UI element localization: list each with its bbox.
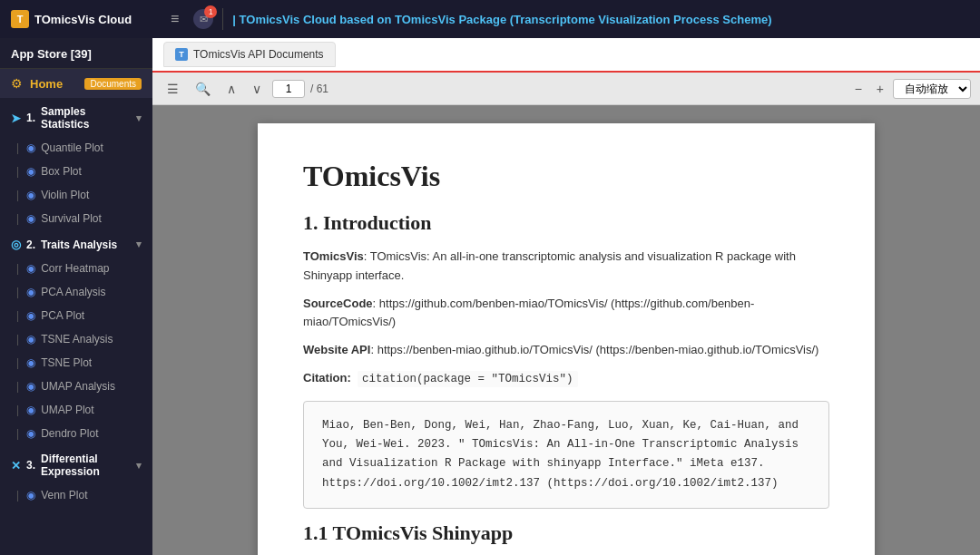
- pdf-sourcecode-bold: SourceCode: [303, 297, 373, 310]
- pdf-intro-paragraph: TOmicsVis: TOmicsVis: An all-in-one tran…: [303, 248, 829, 286]
- venn-icon: ◉: [26, 489, 35, 501]
- corr-heatmap-label: Corr Heatmap: [41, 262, 109, 275]
- sidebar-item-dendro-plot[interactable]: | ◉ Dendro Plot: [0, 422, 152, 445]
- section1-icon: ➤: [11, 112, 21, 125]
- sidebar-item-pca-analysis[interactable]: | ◉ PCA Analysis: [0, 280, 152, 304]
- section3-label: Differential Expression: [41, 453, 131, 478]
- quantile-plot-label: Quantile Plot: [41, 141, 103, 154]
- pca-plot-label: PCA Plot: [41, 309, 84, 322]
- venn-plot-label: Venn Plot: [41, 489, 87, 501]
- section-samples-header[interactable]: ➤ 1. Samples Statistics ▾: [0, 98, 152, 136]
- section-differential-expression: ✕ 3. Differential Expression ▾ | ◉ Venn …: [0, 445, 152, 507]
- sidebar-item-survival-plot[interactable]: | ◉ Survival Plot: [0, 207, 152, 230]
- section3-icon: ✕: [11, 459, 21, 472]
- section2-label: Traits Analysis: [41, 239, 117, 251]
- top-bar: T TOmicsVis Cloud ≡ ✉ 1 | TOmicsVis Clou…: [0, 0, 980, 38]
- pdf-content[interactable]: TOmicsVis 1. Introduction TOmicsVis: TOm…: [152, 105, 980, 555]
- pca-analysis-icon: ◉: [26, 286, 35, 298]
- page-number-input[interactable]: [272, 80, 305, 98]
- sidebar-item-pca-plot[interactable]: | ◉ PCA Plot: [0, 304, 152, 327]
- umap-analysis-icon: ◉: [26, 380, 35, 393]
- sidebar-item-tsne-analysis[interactable]: | ◉ TSNE Analysis: [0, 327, 152, 351]
- section3-number: 3.: [26, 459, 35, 472]
- sidebar-item-umap-analysis[interactable]: | ◉ UMAP Analysis: [0, 375, 152, 398]
- notification-badge: 1: [204, 5, 217, 18]
- pdf-citation-paragraph: Citation: citation(package = "TOmicsVis"…: [303, 369, 829, 388]
- app-logo: T TOmicsVis Cloud: [11, 10, 156, 28]
- quantile-icon: ◉: [26, 141, 35, 154]
- zoom-select[interactable]: 自动缩放: [893, 79, 971, 99]
- section1-chevron: ▾: [136, 112, 142, 124]
- umap-analysis-label: UMAP Analysis: [41, 380, 115, 393]
- logo-icon: T: [11, 10, 29, 28]
- doc-tab-bar: T TOmicsVis API Documents: [152, 38, 980, 73]
- pdf-intro-text: : TOmicsVis: An all-in-one transcriptomi…: [303, 249, 796, 282]
- zoom-out-button[interactable]: −: [849, 79, 867, 99]
- pdf-citation-bold: Citation:: [303, 371, 351, 385]
- next-page-button[interactable]: ∨: [247, 79, 267, 99]
- home-icon: ⚙: [11, 76, 23, 91]
- dendro-icon: ◉: [26, 427, 35, 440]
- sidebar-item-corr-heatmap[interactable]: | ◉ Corr Heatmap: [0, 257, 152, 280]
- section-samples-statistics: ➤ 1. Samples Statistics ▾ | ◉ Quantile P…: [0, 98, 152, 230]
- violin-plot-label: Violin Plot: [41, 189, 89, 201]
- pdf-main-title: TOmicsVis: [303, 160, 829, 193]
- section-traits-header[interactable]: ◎ 2. Traits Analysis ▾: [0, 230, 152, 257]
- main-layout: App Store [39] ⚙ Home Documents ➤ 1. Sam…: [0, 38, 980, 555]
- pdf-intro-bold: TOmicsVis: [303, 249, 364, 263]
- umap-plot-label: UMAP Plot: [41, 404, 93, 416]
- tsne-plot-label: TSNE Plot: [41, 356, 92, 369]
- sidebar: App Store [39] ⚙ Home Documents ➤ 1. Sam…: [0, 38, 152, 555]
- pca-analysis-label: PCA Analysis: [41, 286, 105, 298]
- tsne-analysis-icon: ◉: [26, 333, 35, 346]
- sidebar-item-box-plot[interactable]: | ◉ Box Plot: [0, 160, 152, 183]
- app-store-header: App Store [39]: [0, 38, 152, 69]
- pdf-section11-title: 1.1 TOmicsVis Shinyapp: [303, 521, 829, 545]
- pdf-citation-code: citation(package = "TOmicsVis"): [358, 371, 578, 387]
- sidebar-item-tsne-plot[interactable]: | ◉ TSNE Plot: [0, 351, 152, 375]
- top-bar-title: | TOmicsVis Cloud based on TOmicsVis Pac…: [232, 13, 771, 26]
- notification-icon[interactable]: ✉ 1: [193, 9, 213, 29]
- content-area: T TOmicsVis API Documents ☰ 🔍 ∧ ∨ / 61 −…: [152, 38, 980, 555]
- hamburger-button[interactable]: ≡: [165, 9, 184, 29]
- survival-icon: ◉: [26, 212, 35, 225]
- sidebar-item-quantile-plot[interactable]: | ◉ Quantile Plot: [0, 136, 152, 160]
- tsne-analysis-label: TSNE Analysis: [41, 333, 113, 346]
- violin-icon: ◉: [26, 189, 35, 201]
- tab-icon: T: [175, 48, 188, 61]
- pdf-website-bold: Website API: [303, 343, 370, 356]
- sidebar-item-violin-plot[interactable]: | ◉ Violin Plot: [0, 183, 152, 207]
- pdf-page: TOmicsVis 1. Introduction TOmicsVis: TOm…: [258, 123, 875, 555]
- section2-chevron: ▾: [136, 239, 142, 250]
- pdf-section1-title: 1. Introduction: [303, 211, 829, 235]
- section-diff-header[interactable]: ✕ 3. Differential Expression ▾: [0, 445, 152, 483]
- survival-plot-label: Survival Plot: [41, 212, 102, 225]
- sidebar-item-umap-plot[interactable]: | ◉ UMAP Plot: [0, 398, 152, 422]
- doc-tab-api[interactable]: T TOmicsVis API Documents: [163, 42, 336, 67]
- search-button[interactable]: 🔍: [190, 79, 216, 99]
- top-bar-divider: [222, 8, 223, 30]
- pdf-website-text: : https://benben-miao.github.io/TOmicsVi…: [370, 343, 818, 356]
- prev-page-button[interactable]: ∧: [221, 79, 241, 99]
- pdf-citation-block: Miao, Ben-Ben, Dong, Wei, Han, Zhao-Fang…: [303, 401, 829, 509]
- documents-badge: Documents: [84, 78, 142, 90]
- home-label: Home: [30, 77, 63, 91]
- tab-label: TOmicsVis API Documents: [193, 48, 324, 61]
- page-total: / 61: [310, 83, 328, 95]
- tsne-plot-icon: ◉: [26, 356, 35, 369]
- section3-chevron: ▾: [136, 460, 142, 472]
- section2-number: 2.: [26, 239, 35, 251]
- pdf-toolbar: ☰ 🔍 ∧ ∨ / 61 − + 自动缩放: [152, 73, 980, 105]
- zoom-in-button[interactable]: +: [871, 79, 889, 99]
- sidebar-toggle-button[interactable]: ☰: [162, 79, 184, 99]
- app-name: TOmicsVis Cloud: [34, 13, 132, 26]
- section2-icon: ◎: [11, 238, 21, 251]
- home-button[interactable]: ⚙ Home Documents: [0, 69, 152, 98]
- umap-plot-icon: ◉: [26, 404, 35, 416]
- dendro-plot-label: Dendro Plot: [41, 427, 98, 440]
- box-plot-label: Box Plot: [41, 165, 82, 178]
- corr-icon: ◉: [26, 262, 35, 275]
- pca-plot-icon: ◉: [26, 309, 35, 322]
- sidebar-item-venn-plot[interactable]: | ◉ Venn Plot: [0, 483, 152, 507]
- section1-label: Samples Statistics: [41, 105, 131, 131]
